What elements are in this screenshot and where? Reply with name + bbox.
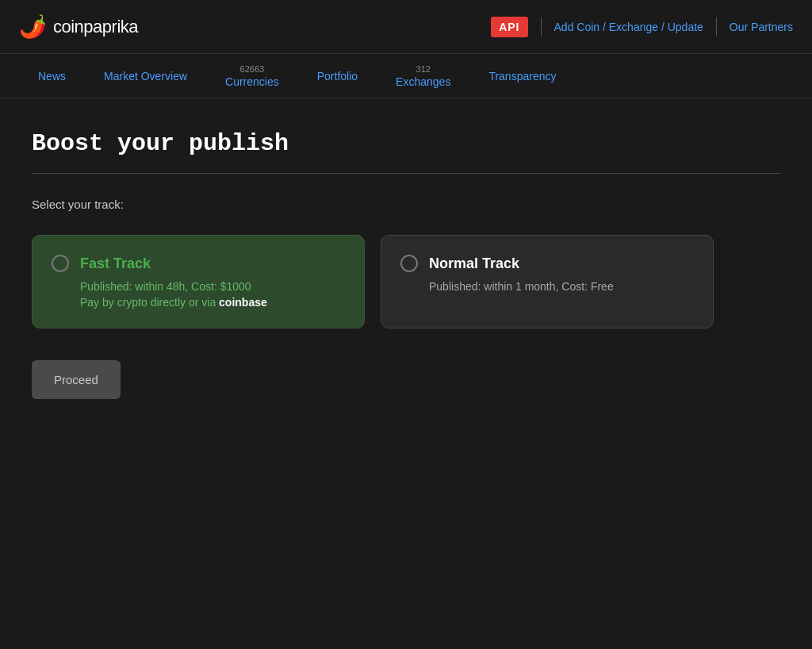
header: 🌶️ coinpaprika API Add Coin / Exchange /… [0, 0, 812, 54]
header-divider-1 [541, 17, 542, 36]
logo-area: 🌶️ coinpaprika [19, 13, 491, 40]
normal-track-header: Normal Track [400, 255, 694, 272]
nav-label-portfolio: Portfolio [317, 70, 358, 83]
normal-track-card[interactable]: Normal Track Published: within 1 month, … [381, 235, 714, 328]
api-badge[interactable]: API [491, 17, 527, 37]
title-divider [32, 173, 780, 174]
nav-item-exchanges[interactable]: 312 Exchanges [377, 54, 469, 98]
nav-item-portfolio[interactable]: Portfolio [298, 54, 377, 98]
nav-label-market: Market Overview [104, 70, 187, 83]
logo-text: coinpaprika [53, 17, 138, 37]
header-divider-2 [716, 17, 717, 36]
normal-track-detail1: Published: within 1 month, Cost: Free [429, 280, 694, 293]
coinbase-brand: coinbase [219, 296, 267, 309]
nav-label-currencies: Currencies [225, 75, 279, 88]
nav-item-news[interactable]: News [19, 54, 85, 98]
nav-label-news: News [38, 70, 66, 83]
normal-track-details: Published: within 1 month, Cost: Free [400, 280, 694, 293]
nav-count-exchanges: 312 [416, 64, 431, 74]
nav-item-currencies[interactable]: 62663 Currencies [206, 54, 298, 98]
nav-item-transparency[interactable]: Transparency [469, 54, 575, 98]
nav-item-market[interactable]: Market Overview [85, 54, 206, 98]
select-track-label: Select your track: [32, 198, 780, 211]
nav-count-currencies: 62663 [240, 64, 265, 74]
normal-track-radio[interactable] [400, 255, 418, 272]
page-title: Boost your publish [32, 130, 780, 157]
fast-track-details: Published: within 48h, Cost: $1000 Pay b… [52, 280, 345, 309]
nav-label-exchanges: Exchanges [396, 75, 450, 88]
our-partners-link[interactable]: Our Partners [730, 21, 793, 33]
add-coin-link[interactable]: Add Coin / Exchange / Update [554, 21, 703, 33]
nav-label-transparency: Transparency [488, 70, 556, 83]
tracks-container: Fast Track Published: within 48h, Cost: … [32, 235, 780, 328]
proceed-button[interactable]: Proceed [32, 360, 121, 399]
fast-track-detail2: Pay by crypto directly or via coinbase [80, 296, 345, 309]
main-content: Boost your publish Select your track: Fa… [0, 98, 812, 431]
fast-track-radio[interactable] [52, 255, 69, 272]
fast-track-card[interactable]: Fast Track Published: within 48h, Cost: … [32, 235, 365, 328]
normal-track-name: Normal Track [429, 255, 519, 272]
fast-track-detail2-prefix: Pay by crypto directly or via [80, 296, 219, 309]
fast-track-name: Fast Track [80, 255, 151, 272]
fast-track-detail1: Published: within 48h, Cost: $1000 [80, 280, 345, 293]
main-nav: News Market Overview 62663 Currencies Po… [0, 54, 812, 98]
fast-track-header: Fast Track [52, 255, 345, 272]
logo-icon: 🌶️ [19, 13, 47, 40]
header-right: API Add Coin / Exchange / Update Our Par… [491, 17, 793, 37]
